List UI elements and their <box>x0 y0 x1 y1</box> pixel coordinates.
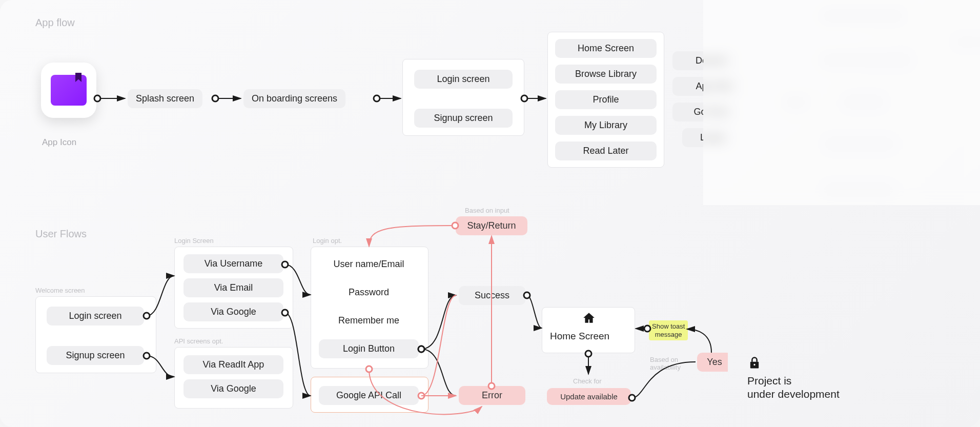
node-via-google2[interactable]: Via Google <box>183 379 283 398</box>
node-stay-return[interactable]: Stay/Return <box>456 216 527 235</box>
node-success[interactable]: Success <box>459 286 525 305</box>
node-login[interactable]: Login screen <box>414 70 513 89</box>
label-login-screen: Login Screen <box>174 237 214 245</box>
node-username-email[interactable]: User name/Email <box>319 255 419 274</box>
node-splash[interactable]: Splash screen <box>128 89 202 108</box>
node-via-email[interactable]: Via Email <box>183 278 283 297</box>
node-login-btn[interactable]: Login Button <box>319 339 419 358</box>
label-based-availability: Based on availability <box>650 356 681 371</box>
dev-badge: Project is under development <box>747 356 840 401</box>
node-signup[interactable]: Signup screen <box>414 109 513 128</box>
node-remember[interactable]: Remember me <box>319 311 419 330</box>
node-error[interactable]: Error <box>459 386 525 405</box>
lock-icon <box>747 356 762 370</box>
node-home-screen[interactable]: Home Screen <box>550 331 609 342</box>
section-app-flow: App flow <box>35 17 75 29</box>
label-check-for: Check for <box>573 377 602 385</box>
node-my-library[interactable]: My Library <box>555 116 657 135</box>
node-via-readit[interactable]: Via ReadIt App <box>183 355 283 374</box>
node-google-api[interactable]: Google API Call <box>319 386 419 405</box>
node-profile[interactable]: Profile <box>555 90 657 109</box>
node-welcome-login[interactable]: Login screen <box>47 307 144 326</box>
node-home[interactable]: Home Screen <box>555 39 657 58</box>
section-user-flows: User Flows <box>35 228 87 240</box>
node-onboarding[interactable]: On boarding screens <box>243 89 345 108</box>
dev-line2: under development <box>747 388 840 400</box>
node-update-available[interactable]: Update available <box>547 388 631 405</box>
label-welcome-screen: Welcome screen <box>35 287 85 294</box>
node-browse[interactable]: Browse Library <box>555 65 657 84</box>
label-based-input: Based on input <box>465 207 509 214</box>
app-icon-glyph <box>51 75 87 106</box>
node-via-username[interactable]: Via Username <box>183 254 283 273</box>
node-show-toast[interactable]: Show toast message <box>649 320 688 340</box>
app-icon-label: App Icon <box>42 137 76 148</box>
node-read-later[interactable]: Read Later <box>555 141 657 160</box>
svg-point-1 <box>753 364 755 365</box>
home-icon <box>582 312 596 325</box>
label-login-opt: Login opt. <box>313 237 342 245</box>
node-welcome-signup[interactable]: Signup screen <box>47 346 144 365</box>
node-password[interactable]: Password <box>319 283 419 302</box>
label-api-screens: API screens opt. <box>174 337 223 345</box>
app-icon <box>41 63 96 118</box>
node-yes[interactable]: Yes <box>697 353 732 372</box>
dev-line1: Project is <box>747 375 791 387</box>
node-via-google[interactable]: Via Google <box>183 302 283 321</box>
